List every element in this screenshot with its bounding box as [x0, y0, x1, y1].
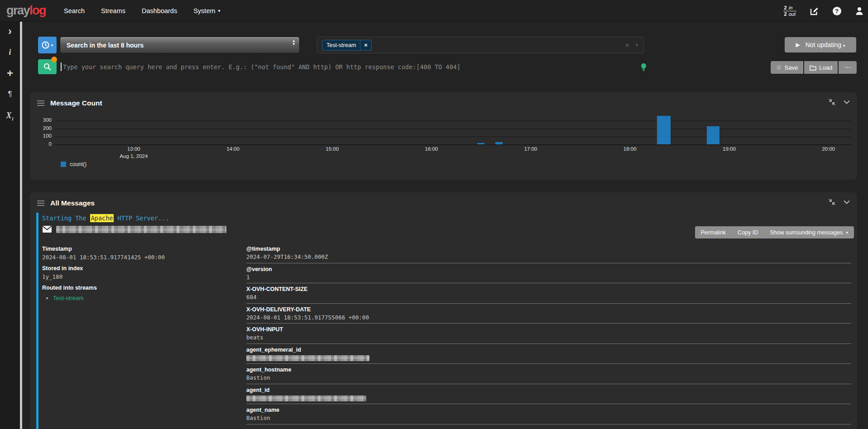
chevron-down-icon: ▾ — [218, 8, 221, 13]
field-label[interactable]: agent_ephemeral_id — [246, 347, 851, 353]
stream-link[interactable]: Test-stream — [53, 295, 84, 301]
timerange-label: Search in the last 8 hours — [67, 42, 144, 49]
stream-chip-remove-icon[interactable]: × — [360, 40, 371, 50]
nav-item-dashboards[interactable]: Dashboards — [134, 0, 185, 21]
query-assist-lightbulb-icon[interactable] — [641, 63, 647, 73]
collapse-widget-icon[interactable] — [844, 200, 850, 204]
chart-legend[interactable]: count() — [61, 161, 86, 167]
view-sidebar: ›i+¶X1 — [0, 22, 20, 429]
drag-handle-icon[interactable] — [37, 100, 44, 106]
gridline-100 — [54, 136, 851, 137]
action-copy-id[interactable]: Copy ID — [732, 226, 764, 238]
x-tick-18:00: 18:00 — [616, 146, 643, 152]
gridline-200 — [54, 129, 851, 129]
field-agent_ephemeral_id: agent_ephemeral_id — [246, 344, 851, 364]
refresh-controls-button[interactable]: ▶ Not updating ▾ — [785, 37, 856, 52]
chart-bar-16:40[interactable] — [495, 142, 503, 144]
select-stepper-icon: ▴▾ — [293, 39, 295, 46]
x-axis-date-label: Aug 1, 2024 — [115, 153, 152, 159]
add-icon[interactable]: + — [5, 69, 15, 77]
all-messages-widget: All Messages Starting The Apache HTTP Se… — [30, 192, 857, 429]
stream-dropdown-icon[interactable]: ▾ — [635, 42, 638, 48]
envelope-icon — [42, 225, 52, 233]
field-label[interactable]: agent_id — [246, 387, 851, 394]
nav-item-streams[interactable]: Streams — [93, 0, 134, 21]
sidebar-divider[interactable] — [20, 22, 22, 429]
message-accent-stripe — [36, 213, 38, 429]
load-label: Load — [819, 64, 832, 71]
search-icon — [43, 63, 51, 71]
user-menu-icon[interactable] — [854, 6, 864, 16]
throughput-out-value: 2 — [784, 11, 787, 17]
compose-icon[interactable] — [809, 6, 819, 16]
x-tick-17:00: 17:00 — [517, 146, 544, 152]
timerange-select[interactable]: Search in the last 8 hours ▴▾ — [60, 37, 300, 53]
x-tick-15:00: 15:00 — [319, 146, 346, 152]
field-label[interactable]: @timestamp — [246, 246, 851, 253]
refresh-label: Not updating — [806, 41, 841, 48]
message-summary[interactable]: Starting The Apache HTTP Server... — [42, 214, 169, 222]
field-value: 2024-08-01 18:53:51.917741425 +00:00 — [42, 254, 237, 261]
query-input-wrap — [61, 59, 636, 74]
field-label: Stored in index — [42, 265, 237, 272]
timerange-config-button[interactable]: ▾ — [38, 37, 57, 53]
help-icon[interactable]: ? — [832, 6, 842, 16]
field-value: 1y_180 — [42, 273, 237, 281]
field-value: beats — [246, 334, 851, 341]
action-permalink[interactable]: Permalink — [695, 226, 732, 238]
fields-icon[interactable]: X1 — [5, 111, 15, 121]
field-agent_id: agent_id — [246, 384, 851, 405]
field-value: 2024-08-01 18:53:51.917755066 +00:00 — [246, 314, 851, 321]
field-label[interactable]: agent_hostname — [246, 367, 851, 373]
top-navbar: graylog SearchStreamsDashboardsSystem▾ 2… — [0, 0, 868, 22]
field-x-ovh-content-size: X-OVH-CONTENT-SIZE684 — [246, 283, 851, 304]
message-field-list: @timestamp2024-07-29T16:34:50.000Z@versi… — [246, 243, 851, 424]
field-stored-in-index: Stored in index1y_180 — [42, 265, 237, 281]
focus-widget-icon[interactable] — [829, 199, 835, 205]
field-label[interactable]: X-OVH-DELIVERY-DATE — [246, 306, 851, 313]
help-glyph: ? — [835, 8, 839, 14]
summary-text: HTTP Server... — [114, 214, 169, 222]
nav-item-system[interactable]: System▾ — [185, 0, 228, 21]
action-show-surrounding-messages[interactable]: Show surrounding messages▾ — [764, 226, 854, 238]
widget-title: Message Count — [50, 99, 102, 107]
load-button[interactable]: Load — [804, 61, 838, 74]
play-icon: ▶ — [796, 42, 800, 48]
field-label[interactable]: X-OVH-INPUT — [246, 326, 851, 333]
chart-bar-18:50[interactable] — [707, 126, 719, 144]
stream-clear-icon[interactable]: × — [625, 41, 629, 49]
graylog-logo[interactable]: graylog — [6, 4, 46, 18]
widget-title: All Messages — [50, 199, 95, 207]
chart-bar-16:30[interactable] — [477, 143, 484, 144]
info-icon[interactable]: i — [5, 48, 15, 57]
expand-sidebar-icon[interactable]: › — [5, 27, 15, 35]
field-x-ovh-delivery-date: X-OVH-DELIVERY-DATE2024-08-01 18:53:51.9… — [246, 304, 851, 324]
search-query-input[interactable] — [63, 59, 636, 74]
field-value: Bastion — [246, 374, 851, 381]
field-label[interactable]: X-OVH-CONTENT-SIZE — [246, 286, 851, 293]
redacted-message-source — [56, 226, 226, 233]
collapse-widget-icon[interactable] — [844, 100, 850, 104]
x-tick-20:00: 20:00 — [815, 146, 842, 152]
chart-bar-18:20[interactable] — [657, 116, 671, 144]
field-timestamp: Timestamp2024-08-01 18:53:51.917741425 +… — [42, 246, 237, 261]
logo-text-gray: gray — [6, 4, 29, 17]
field-label[interactable]: agent_name — [246, 407, 851, 414]
field-value: 684 — [246, 294, 851, 301]
more-actions-button[interactable]: ⋯ — [839, 61, 857, 74]
x-tick-19:00: 19:00 — [715, 146, 743, 152]
x-tick-16:00: 16:00 — [418, 146, 445, 152]
legend-label: count() — [70, 161, 86, 167]
message-count-widget: Message Count 010020030013:00Aug 1, 2024… — [30, 92, 857, 180]
field-label[interactable]: @version — [246, 266, 851, 273]
field-routed-into-streams: Routed into streamsTest-stream — [42, 285, 237, 302]
save-button[interactable]: ☆ Save — [771, 61, 803, 74]
stream-filter-input[interactable]: Test-stream × × ▾ — [317, 37, 644, 53]
formatting-icon[interactable]: ¶ — [5, 90, 15, 99]
focus-widget-icon[interactable] — [829, 99, 835, 105]
drag-handle-icon[interactable] — [37, 200, 44, 206]
save-load-group: ☆ Save Load ⋯ — [771, 61, 857, 74]
nav-item-search[interactable]: Search — [56, 0, 93, 21]
field-@version: @version1 — [246, 263, 851, 284]
y-tick-300: 300 — [39, 117, 52, 123]
